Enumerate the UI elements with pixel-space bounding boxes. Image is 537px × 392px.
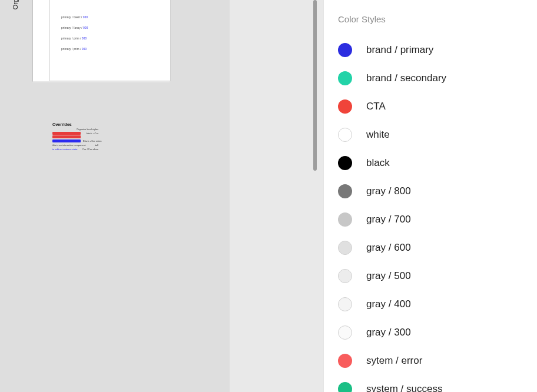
color-swatch bbox=[338, 99, 352, 114]
override-text-line: this is an interactive component. ball bbox=[52, 144, 98, 147]
color-style-name: white bbox=[366, 129, 390, 141]
canvas-area[interactable]: Org primary / basic / 000 primary / fanc… bbox=[0, 0, 323, 392]
override-pill bbox=[52, 139, 81, 142]
color-swatch bbox=[338, 156, 352, 170]
panel-heading: Color Styles bbox=[338, 14, 537, 24]
color-style-name: gray / 600 bbox=[366, 242, 411, 254]
color-style-item[interactable]: gray / 600 bbox=[338, 234, 537, 262]
color-swatch bbox=[338, 212, 352, 227]
color-swatch bbox=[338, 382, 352, 392]
properties-panel: Color Styles brand / primarybrand / seco… bbox=[323, 0, 537, 392]
frame-color-list[interactable]: primary / basic / 000 primary / fancy / … bbox=[32, 0, 170, 82]
color-style-name: gray / 800 bbox=[366, 185, 411, 197]
color-style-name: brand / primary bbox=[366, 44, 433, 56]
color-style-item[interactable]: gray / 800 bbox=[338, 177, 537, 205]
color-style-name: brand / secondary bbox=[366, 72, 446, 84]
override-row: black + Cor bbox=[52, 132, 98, 135]
color-swatch bbox=[338, 43, 352, 57]
override-pill bbox=[52, 135, 81, 138]
color-swatch bbox=[338, 297, 352, 311]
color-style-item[interactable]: sytem / error bbox=[338, 347, 537, 375]
override-row bbox=[52, 135, 98, 138]
override-text-line: to edit an instance state. Cor / Cor whe… bbox=[52, 148, 98, 151]
color-swatch bbox=[338, 241, 352, 255]
color-style-name: CTA bbox=[366, 101, 386, 112]
color-style-name: gray / 500 bbox=[366, 270, 411, 282]
override-pill bbox=[52, 132, 81, 135]
color-style-name: gray / 700 bbox=[366, 214, 411, 225]
override-row-label: black + Cor bbox=[85, 132, 98, 135]
color-swatch bbox=[338, 71, 352, 85]
frame-title: Overrides bbox=[52, 122, 98, 127]
color-style-item[interactable]: white bbox=[338, 121, 537, 149]
override-row-label: Black + Cor when bbox=[82, 139, 101, 142]
frame-overrides[interactable]: Overrides Organize local styles black + … bbox=[52, 122, 98, 151]
color-style-name: system / success bbox=[366, 383, 442, 392]
color-style-item[interactable]: brand / primary bbox=[338, 36, 537, 64]
vertical-axis-label: Org bbox=[12, 0, 19, 9]
color-style-item[interactable]: black bbox=[338, 149, 537, 177]
canvas-scrollbar[interactable] bbox=[313, 0, 317, 171]
color-swatch bbox=[338, 128, 352, 142]
override-row: Black + Cor when bbox=[52, 139, 98, 142]
color-style-name: black bbox=[366, 157, 390, 169]
color-style-item[interactable]: system / success bbox=[338, 375, 537, 392]
color-style-name: sytem / error bbox=[366, 355, 422, 367]
color-swatch bbox=[338, 269, 352, 283]
frame-subtitle: Organize local styles bbox=[52, 128, 98, 131]
color-style-item[interactable]: CTA bbox=[338, 92, 537, 121]
color-swatch bbox=[338, 325, 352, 340]
color-swatch bbox=[338, 184, 352, 198]
color-style-item[interactable]: gray / 700 bbox=[338, 205, 537, 234]
color-style-list: brand / primarybrand / secondaryCTAwhite… bbox=[338, 36, 537, 392]
color-style-item[interactable]: gray / 300 bbox=[338, 318, 537, 347]
color-style-name: gray / 300 bbox=[366, 327, 411, 338]
color-style-item[interactable]: gray / 400 bbox=[338, 290, 537, 318]
color-style-item[interactable]: gray / 500 bbox=[338, 262, 537, 290]
color-swatch bbox=[338, 354, 352, 368]
color-style-item[interactable]: brand / secondary bbox=[338, 64, 537, 92]
frame-tiny-list: primary / basic / 000 primary / fancy / … bbox=[61, 9, 88, 58]
color-style-name: gray / 400 bbox=[366, 298, 411, 310]
